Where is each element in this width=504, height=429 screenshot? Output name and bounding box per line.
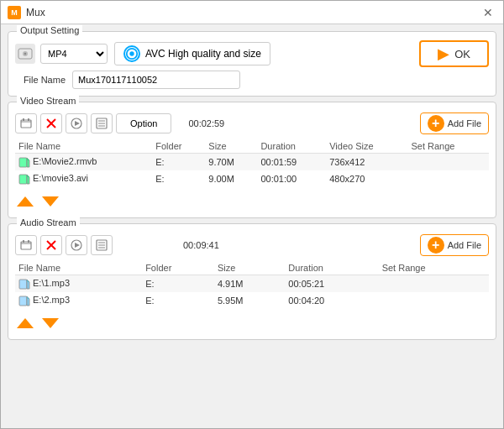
- video-move-up-button[interactable]: [15, 192, 35, 211]
- audio-toolbar: 00:09:41 + Add File: [15, 228, 489, 256]
- video-option-button[interactable]: Option: [116, 113, 171, 133]
- down-arrow-icon: [42, 196, 59, 207]
- video-move-down-button[interactable]: [40, 192, 60, 211]
- video-col-duration: Duration: [257, 139, 326, 154]
- video-file-folder: E:: [152, 154, 205, 171]
- audio-cut-button[interactable]: [91, 235, 113, 255]
- video-toolbar: Option 00:02:59 + Add File: [15, 106, 489, 134]
- quality-icon: [123, 45, 140, 62]
- video-file-duration: 00:01:59: [257, 154, 326, 171]
- audio-open-button[interactable]: [15, 235, 37, 255]
- video-file-name: E:\movie3.avi: [15, 170, 152, 187]
- svg-rect-20: [21, 242, 31, 249]
- audio-file-size: 5.95M: [214, 292, 285, 309]
- audio-move-down-button[interactable]: [40, 314, 60, 332]
- table-row[interactable]: E:\Movie2.rmvb E: 9.70M 00:01:59 736x412: [15, 154, 489, 171]
- audio-file-table: File Name Folder Size Duration Set Range…: [15, 261, 489, 309]
- ok-label: OK: [454, 48, 470, 60]
- window-title: Mux: [26, 7, 45, 18]
- audio-col-duration: Duration: [285, 261, 378, 275]
- table-row[interactable]: E:\movie3.avi E: 9.00M 00:01:00 480x270: [15, 170, 489, 187]
- audio-file-duration: 00:04:20: [285, 292, 378, 309]
- audio-col-size: Size: [214, 261, 285, 275]
- video-file-folder: E:: [152, 170, 205, 187]
- quality-button[interactable]: AVC High quality and size: [114, 42, 270, 65]
- audio-col-filename: File Name: [15, 261, 142, 275]
- video-file-videosize: 736x412: [326, 154, 407, 171]
- audio-move-up-button[interactable]: [15, 314, 35, 332]
- audio-file-folder: E:: [142, 275, 214, 293]
- video-add-file-button[interactable]: + Add File: [420, 112, 489, 134]
- filename-input[interactable]: [72, 71, 240, 89]
- video-option-label: Option: [130, 118, 157, 128]
- svg-rect-5: [21, 120, 31, 128]
- format-row: MP4 AVI MKV: [15, 44, 108, 64]
- svg-rect-6: [23, 118, 24, 121]
- svg-rect-31: [19, 280, 27, 289]
- svg-marker-26: [75, 243, 80, 248]
- audio-col-folder: Folder: [142, 261, 214, 275]
- audio-file-setrange: [379, 292, 489, 309]
- video-col-folder: Folder: [152, 139, 205, 154]
- video-add-file-label: Add File: [448, 118, 481, 128]
- audio-up-icon: [17, 318, 34, 328]
- audio-delete-button[interactable]: [40, 235, 62, 255]
- close-button[interactable]: ✕: [480, 4, 496, 21]
- video-open-button[interactable]: [15, 113, 37, 133]
- audio-file-duration: 00:05:21: [285, 275, 378, 293]
- output-top-row: MP4 AVI MKV AVC High quality and size: [15, 42, 412, 65]
- audio-stream-section: Audio Stream 00:09:41 + Add Fil: [8, 223, 496, 340]
- video-file-videosize: 480x270: [326, 170, 407, 187]
- main-window: M Mux ✕ Output Setting MP4 AVI: [0, 0, 504, 429]
- video-file-name: E:\Movie2.rmvb: [15, 154, 152, 171]
- svg-rect-21: [23, 240, 24, 243]
- audio-add-icon: +: [428, 237, 444, 254]
- video-play-button[interactable]: [66, 113, 87, 133]
- audio-file-name: E:\2.mp3: [15, 292, 142, 309]
- video-delete-button[interactable]: [40, 113, 62, 133]
- audio-add-file-button[interactable]: + Add File: [420, 234, 489, 256]
- audio-play-button[interactable]: [66, 235, 87, 255]
- output-setting-section: Output Setting MP4 AVI MKV: [8, 31, 496, 97]
- ok-button[interactable]: ▶ OK: [419, 40, 489, 67]
- audio-stream-footer: [15, 314, 489, 332]
- audio-file-folder: E:: [142, 292, 214, 309]
- audio-file-setrange: [379, 275, 489, 293]
- audio-stream-title: Audio Stream: [17, 217, 80, 228]
- format-select[interactable]: MP4 AVI MKV: [40, 44, 108, 64]
- filename-label: File Name: [15, 75, 66, 85]
- svg-rect-7: [28, 118, 29, 121]
- video-file-setrange: [407, 170, 489, 187]
- video-duration-display: 00:02:59: [188, 118, 224, 128]
- video-file-size: 9.00M: [205, 170, 257, 187]
- filename-row: File Name: [15, 71, 489, 89]
- svg-rect-18: [19, 175, 27, 184]
- format-icon: [15, 44, 35, 64]
- table-row[interactable]: E:\2.mp3 E: 5.95M 00:04:20: [15, 292, 489, 309]
- svg-point-2: [24, 53, 26, 55]
- audio-col-setrange: Set Range: [379, 261, 489, 275]
- main-content: Output Setting MP4 AVI MKV: [1, 24, 503, 428]
- quality-label: AVC High quality and size: [145, 48, 261, 60]
- svg-rect-33: [19, 296, 27, 306]
- video-col-size: Size: [205, 139, 257, 154]
- video-file-size: 9.70M: [205, 154, 257, 171]
- ok-arrow-icon: ▶: [438, 44, 449, 63]
- video-cut-button[interactable]: [91, 113, 113, 133]
- audio-file-name: E:\1.mp3: [15, 275, 142, 293]
- video-col-filename: File Name: [15, 139, 152, 154]
- svg-rect-22: [28, 240, 29, 243]
- audio-duration-display: 00:09:41: [183, 240, 219, 250]
- video-col-setrange: Set Range: [407, 139, 489, 154]
- video-col-videosize: Video Size: [326, 139, 407, 154]
- title-bar: M Mux ✕: [1, 1, 503, 24]
- svg-marker-11: [75, 121, 80, 126]
- video-file-duration: 00:01:00: [257, 170, 326, 187]
- video-stream-title: Video Stream: [17, 96, 79, 106]
- audio-add-file-label: Add File: [448, 240, 481, 250]
- up-arrow-icon: [17, 196, 34, 207]
- video-add-icon: +: [428, 115, 444, 132]
- video-stream-footer: [15, 192, 489, 211]
- svg-rect-16: [19, 158, 27, 167]
- table-row[interactable]: E:\1.mp3 E: 4.91M 00:05:21: [15, 275, 489, 293]
